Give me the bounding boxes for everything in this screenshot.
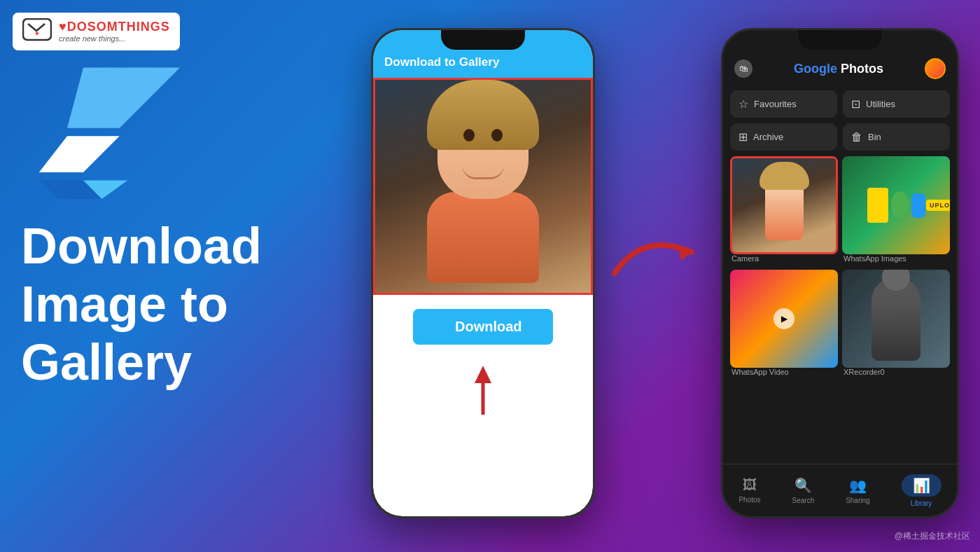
app-title: Download to Gallery — [384, 55, 582, 69]
library-nav-label: Library — [911, 499, 932, 507]
phone-frame-left: Download to Gallery — [371, 28, 595, 518]
logo-heart: ♥ — [59, 20, 67, 34]
download-button[interactable]: Download — [413, 309, 553, 345]
person-dark-silhouette — [872, 277, 920, 361]
phone-right: 🛍 Google Photos ☆ Favourites ⊡ Utilities… — [721, 28, 959, 518]
menu-favourites[interactable]: ☆ Favourites — [730, 90, 837, 118]
search-nav-label: Search — [792, 497, 815, 504]
utilities-label: Utilities — [866, 99, 895, 109]
watermark: @稀土掘金技术社区 — [895, 530, 970, 542]
bin-label: Bin — [868, 132, 881, 142]
face-body — [427, 192, 539, 283]
photos-row-2: ▶ WhatsApp Video — [730, 270, 950, 379]
flutter-logo — [35, 60, 196, 221]
big-text: Download Image to Gallery — [21, 217, 262, 391]
menu-archive[interactable]: ⊞ Archive — [730, 123, 837, 151]
phone-screen-right: 🛍 Google Photos ☆ Favourites ⊡ Utilities… — [723, 30, 957, 516]
logo-name: DOSOMTHINGS — [67, 20, 170, 34]
menu-grid: ☆ Favourites ⊡ Utilities ⊞ Archive 🗑 Bin — [723, 88, 957, 156]
logo-tagline: create new things... — [59, 34, 170, 43]
eye-left — [463, 129, 475, 142]
whatsapp-video-cell-container: ▶ WhatsApp Video — [730, 270, 838, 379]
sharing-nav-label: Sharing — [846, 497, 869, 504]
whatsapp-video-thumbnail: ▶ — [730, 270, 838, 368]
svg-marker-7 — [475, 366, 491, 383]
archive-label: Archive — [753, 132, 783, 142]
nav-sharing[interactable]: 👥 Sharing — [846, 477, 869, 504]
search-nav-icon: 🔍 — [794, 477, 812, 494]
eye-right — [491, 129, 503, 142]
phone-left: Download to Gallery — [371, 28, 595, 518]
image-container — [373, 78, 593, 295]
headline-line2: Image to — [21, 275, 262, 333]
nav-library[interactable]: 📊 Library — [902, 474, 941, 507]
svg-marker-3 — [39, 136, 120, 172]
camera-cell-container: Camera — [730, 156, 838, 265]
logo-brand: ♥DOSOMTHINGS — [59, 20, 170, 34]
camera-label: Camera — [730, 254, 838, 263]
library-icon-bg: 📊 — [902, 474, 941, 497]
xrecorder-label: XRecorder0 — [842, 368, 950, 376]
camera-thumbnail — [732, 158, 836, 252]
svg-marker-2 — [67, 68, 180, 128]
app-header: Download to Gallery — [373, 30, 593, 78]
google-photos-header: 🛍 Google Photos — [723, 30, 957, 88]
archive-icon: ⊞ — [738, 130, 748, 144]
download-btn-area: Download — [373, 295, 593, 359]
camera-photo[interactable] — [730, 156, 838, 254]
phone-screen-left: Download to Gallery — [373, 30, 593, 516]
face-eyes — [438, 129, 528, 142]
whatsapp-images-photo[interactable]: UPLOAD — [842, 156, 950, 254]
play-icon: ▶ — [774, 308, 794, 329]
sharing-nav-icon: 👥 — [849, 477, 867, 494]
nav-search[interactable]: 🔍 Search — [792, 477, 815, 504]
logo-icon: ♥ — [22, 18, 52, 45]
up-arrow-container — [373, 362, 593, 418]
xrecorder-photo[interactable] — [842, 270, 950, 368]
star-icon: ☆ — [738, 97, 748, 111]
bottom-nav: 🖼 Photos 🔍 Search 👥 Sharing 📊 Library — [723, 464, 957, 516]
user-avatar[interactable] — [925, 58, 946, 79]
library-nav-icon: 📊 — [913, 477, 930, 494]
menu-bin[interactable]: 🗑 Bin — [843, 123, 950, 151]
face-head — [438, 94, 528, 199]
logo-text: ♥DOSOMTHINGS create new things... — [59, 20, 170, 43]
up-arrow-icon — [469, 362, 497, 418]
headline-line3: Gallery — [21, 333, 262, 392]
google-text: Google — [794, 62, 837, 76]
photos-row-1: Camera UPLOAD WhatsApp Image — [730, 156, 950, 265]
favourites-label: Favourites — [754, 99, 797, 109]
menu-utilities[interactable]: ⊡ Utilities — [843, 90, 950, 118]
whatsapp-images-cell-container: UPLOAD WhatsApp Images — [842, 156, 950, 265]
google-photos-title: Google Photos — [794, 62, 883, 76]
bag-icon[interactable]: 🛍 — [734, 60, 752, 78]
whatsapp-images-label: WhatsApp Images — [842, 254, 950, 263]
photos-text: Photos — [837, 62, 883, 76]
xrecorder-cell-container: XRecorder0 — [842, 270, 950, 379]
headline-line1: Download — [21, 217, 262, 275]
face-smile — [462, 165, 504, 179]
image-placeholder — [375, 80, 591, 293]
whatsapp-video-photo[interactable]: ▶ — [730, 270, 838, 368]
phone-frame-right: 🛍 Google Photos ☆ Favourites ⊡ Utilities… — [721, 28, 959, 518]
svg-text:♥: ♥ — [35, 30, 38, 37]
curved-arrow — [608, 224, 699, 287]
person-illustration — [420, 94, 546, 290]
photos-grid: Camera UPLOAD WhatsApp Image — [723, 156, 957, 379]
xrecorder-thumbnail — [842, 270, 950, 368]
nav-photos[interactable]: 🖼 Photos — [738, 477, 760, 504]
utilities-icon: ⊡ — [851, 97, 860, 111]
bin-icon: 🗑 — [851, 131, 862, 144]
photos-nav-label: Photos — [738, 496, 760, 504]
photos-nav-icon: 🖼 — [743, 477, 757, 493]
whatsapp-video-label: WhatsApp Video — [730, 368, 838, 376]
logo-box: ♥ ♥DOSOMTHINGS create new things... — [13, 13, 180, 50]
upload-badge: UPLOAD — [926, 200, 950, 211]
